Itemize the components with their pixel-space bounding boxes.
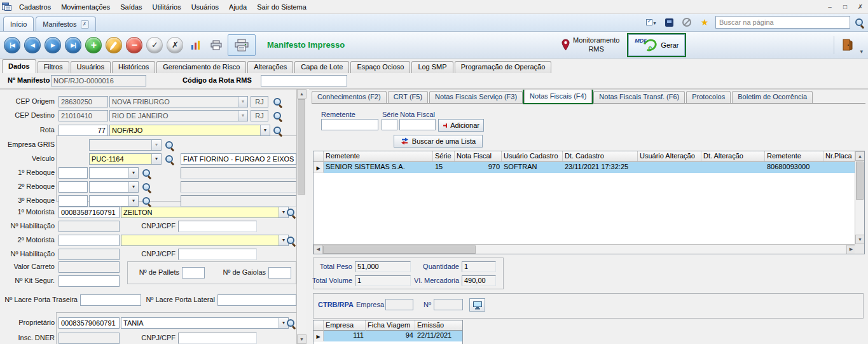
tab-crt[interactable]: CRT (F5) xyxy=(388,91,428,103)
tab-boletim-ocorrencia[interactable]: Boletim de Ocorrência xyxy=(732,91,813,103)
proprietario-search-icon[interactable] xyxy=(286,318,296,329)
col-nota-fiscal[interactable]: Nota Fiscal xyxy=(455,151,502,162)
print-manifest-button[interactable] xyxy=(228,34,256,56)
tab-capa-lote[interactable]: Capa de Lote xyxy=(294,61,349,73)
minimize-button[interactable]: – xyxy=(822,0,837,13)
codigo-rota-rms-field[interactable] xyxy=(261,75,347,86)
col-ficha-viagem[interactable]: Ficha Viagem xyxy=(366,320,415,331)
table-row[interactable]: SENIOR SISTEMAS S.A. 15 970 SOFTRAN 23/1… xyxy=(313,162,864,173)
reboque3-combo[interactable] xyxy=(89,195,139,207)
cancel-button[interactable]: ✗ xyxy=(167,37,183,53)
reboque1-codigo-field[interactable] xyxy=(59,167,88,179)
tab-dados[interactable]: Dados xyxy=(2,59,36,73)
motorista2-documento-field[interactable] xyxy=(59,235,120,246)
col-dt-alteracao[interactable]: Dt. Alteração xyxy=(701,151,765,162)
remetente-input[interactable] xyxy=(321,119,378,130)
grid-scroll-left-icon[interactable] xyxy=(313,245,323,254)
panel-toggle-icon[interactable] xyxy=(662,17,676,28)
tab-filtros[interactable]: Filtros xyxy=(38,61,69,73)
col-ctrb-empresa[interactable]: Empresa xyxy=(324,320,366,331)
motorista1-documento-field[interactable]: 00083587160791 xyxy=(59,207,120,218)
tab-log-smp[interactable]: Log SMP xyxy=(411,61,453,73)
next-record-button[interactable]: ▶ xyxy=(45,37,61,53)
menu-saidas[interactable]: Saídas xyxy=(115,1,147,13)
left-panel-scrollbar[interactable] xyxy=(296,89,306,344)
favorites-star-icon[interactable]: ★ xyxy=(698,17,712,28)
rota-codigo-field[interactable]: 77 xyxy=(59,125,108,136)
menu-sair[interactable]: Sair do Sistema xyxy=(252,1,312,13)
motorista1-combo[interactable]: ZEILTON xyxy=(121,207,289,218)
col-serie[interactable]: Série xyxy=(433,151,455,162)
scroll-up-icon[interactable] xyxy=(297,89,307,99)
proprietario-combo[interactable]: TANIA xyxy=(121,317,289,329)
grid-scrollbar-thumb[interactable] xyxy=(856,162,864,200)
reboque1-search-icon[interactable] xyxy=(141,168,152,179)
menu-movimentacoes[interactable]: Movimentações xyxy=(56,1,115,13)
tab-inicio[interactable]: Início xyxy=(3,17,34,31)
close-button[interactable]: ✗ xyxy=(853,0,868,13)
veiculo-search-icon[interactable] xyxy=(164,154,175,165)
proprietario-documento-field[interactable]: 00083579060791 xyxy=(59,317,120,329)
mdfe-gerar-button[interactable]: MDF e Gerar xyxy=(628,34,685,56)
tab-notas-fiscais-servico[interactable]: Notas Fiscais Serviço (F3) xyxy=(429,91,523,103)
tab-protocolos[interactable]: Protocolos xyxy=(686,91,731,103)
confirm-button[interactable]: ✓ xyxy=(146,37,163,53)
find-on-page-input[interactable] xyxy=(715,16,850,29)
grid-scroll-down-icon[interactable] xyxy=(855,235,865,244)
tab-manifestos[interactable]: Manifestos ✗ xyxy=(36,17,95,31)
kit-segur-field[interactable] xyxy=(59,275,120,287)
reboque3-codigo-field[interactable] xyxy=(59,195,88,207)
delete-record-button[interactable]: − xyxy=(126,37,142,53)
tab-gerenciamento-risco[interactable]: Gerenciamento de Risco xyxy=(156,61,246,73)
gaiolas-field[interactable] xyxy=(268,267,291,279)
reboque1-combo[interactable] xyxy=(89,167,139,179)
tab-usuarios[interactable]: Usuários xyxy=(71,61,111,73)
add-record-button[interactable]: + xyxy=(85,37,102,53)
adicionar-button[interactable]: Adicionar xyxy=(438,119,484,132)
col-remetente[interactable]: Remetente xyxy=(324,151,433,162)
grid-horizontal-scrollbar[interactable] xyxy=(313,244,856,254)
col-usuario-alteracao[interactable]: Usuário Alteração xyxy=(638,151,701,162)
col-remetente-cnpj[interactable]: Remetente xyxy=(765,151,823,162)
toolbar-overflow-chevron-icon[interactable]: ▾ xyxy=(858,47,864,56)
tab-alteracoes[interactable]: Alterações xyxy=(247,61,293,73)
table-row[interactable]: 111 94 22/11/2021 xyxy=(313,331,462,341)
motorista1-search-icon[interactable] xyxy=(286,207,296,218)
menu-utilitarios[interactable]: Utilitários xyxy=(147,1,186,13)
col-nr-placa[interactable]: Nr.Placa xyxy=(823,151,856,162)
tab-espaco-ocioso[interactable]: Espaço Ocioso xyxy=(350,61,410,73)
rota-search-icon[interactable] xyxy=(272,125,283,136)
tab-conhecimentos[interactable]: Conhecimentos (F2) xyxy=(312,91,387,103)
previous-record-button[interactable]: ◀ xyxy=(24,37,41,53)
find-search-icon[interactable] xyxy=(854,17,865,28)
tab-close-icon[interactable]: ✗ xyxy=(81,20,89,29)
maximize-button[interactable]: □ xyxy=(837,0,853,13)
tab-notas-fiscais[interactable]: Notas Fiscais (F4) xyxy=(524,89,592,103)
reboque2-search-icon[interactable] xyxy=(141,182,152,193)
buscar-lista-button[interactable]: Buscar de uma Lista xyxy=(394,135,483,148)
motorista2-search-icon[interactable] xyxy=(286,235,296,246)
edit-record-button[interactable] xyxy=(106,37,122,53)
tab-notas-fiscais-transf[interactable]: Notas Fiscais Transf. (F6) xyxy=(593,91,685,103)
nota-fiscal-input[interactable] xyxy=(399,119,436,130)
exit-button[interactable] xyxy=(838,36,856,55)
select-options-dropdown-icon[interactable] xyxy=(644,17,658,28)
rota-combo[interactable]: NOF/RJO xyxy=(109,125,270,136)
scrollbar-thumb[interactable] xyxy=(298,99,305,195)
col-emissao[interactable]: Emissão xyxy=(415,320,462,331)
col-dt-cadastro[interactable]: Dt. Cadastro xyxy=(563,151,638,162)
pallets-field[interactable] xyxy=(182,267,205,279)
serie-input[interactable] xyxy=(382,119,397,130)
monitoramento-rms-button[interactable]: MonitoramentoRMS xyxy=(561,36,619,54)
tab-historicos[interactable]: Históricos xyxy=(112,61,155,73)
col-usuario-cadastro[interactable]: Usuário Cadastro xyxy=(502,151,563,162)
veiculo-combo[interactable]: PUC-1164 xyxy=(89,153,162,165)
chart-button[interactable] xyxy=(187,36,205,55)
ctrb-monitor-button[interactable] xyxy=(469,298,485,312)
lacre-lateral-field[interactable] xyxy=(217,294,296,306)
menu-ajuda[interactable]: Ajuda xyxy=(224,1,252,13)
last-record-button[interactable]: ▶| xyxy=(65,37,81,53)
lacre-traseira-field[interactable] xyxy=(80,294,141,306)
reboque2-codigo-field[interactable] xyxy=(59,181,88,193)
motorista2-combo[interactable] xyxy=(121,235,289,246)
